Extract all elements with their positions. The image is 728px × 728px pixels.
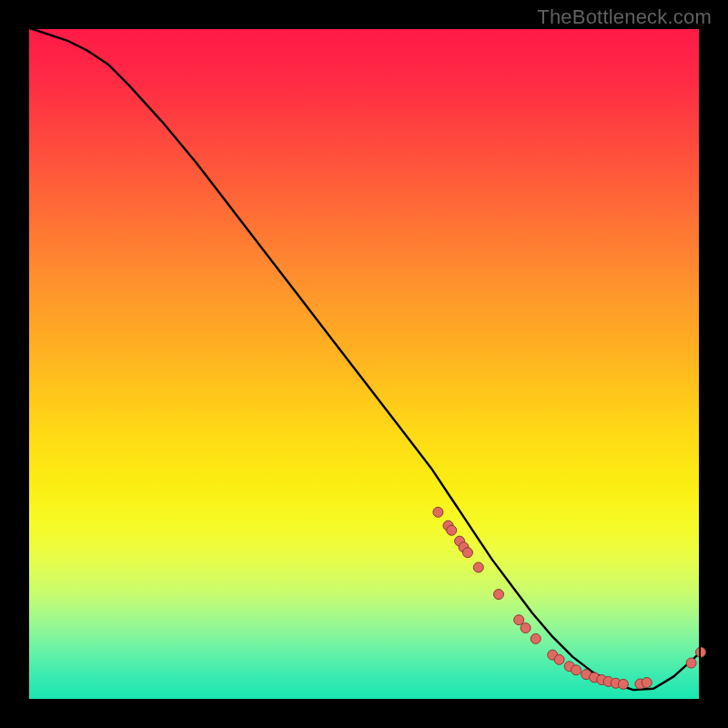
marker-point — [473, 562, 483, 572]
marker-point — [521, 623, 531, 633]
marker-point — [494, 590, 504, 600]
bottleneck-curve — [27, 27, 701, 690]
marker-point — [554, 654, 564, 664]
marker-point — [696, 647, 706, 657]
curve-layer — [27, 27, 701, 701]
marker-point — [618, 679, 628, 689]
marker-layer — [433, 507, 706, 689]
attribution-label: TheBottleneck.com — [537, 5, 712, 29]
marker-point — [686, 658, 696, 668]
marker-point — [571, 665, 581, 675]
marker-point — [514, 615, 524, 625]
marker-point — [433, 507, 443, 517]
plot-area — [27, 27, 701, 701]
chart-container: TheBottleneck.com — [0, 0, 728, 728]
marker-point — [462, 548, 472, 558]
marker-point — [642, 678, 652, 688]
marker-point — [447, 525, 457, 535]
marker-point — [531, 633, 541, 643]
